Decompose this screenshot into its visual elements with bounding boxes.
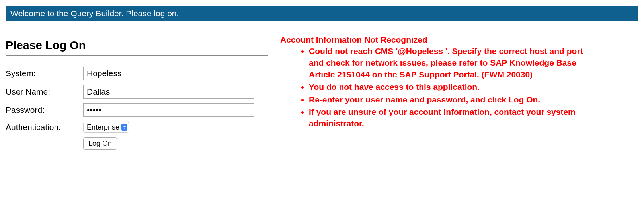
error-list: Could not reach CMS '@Hopeless '. Specif… <box>280 45 599 130</box>
password-label: Password: <box>6 105 83 115</box>
logon-button[interactable]: Log On <box>83 137 117 150</box>
page-title: Please Log On <box>6 39 268 52</box>
password-input[interactable] <box>83 103 254 117</box>
authentication-label: Authentication: <box>6 122 83 132</box>
banner-text: Welcome to the Query Builder. Please log… <box>10 9 179 18</box>
system-label: System: <box>6 69 83 78</box>
error-item: If you are unsure of your account inform… <box>309 106 599 130</box>
error-title: Account Information Not Recognized <box>280 35 599 44</box>
error-item: Re-enter your user name and password, an… <box>309 94 599 105</box>
username-input[interactable] <box>83 85 254 99</box>
divider <box>6 55 268 56</box>
error-item: Could not reach CMS '@Hopeless '. Specif… <box>309 45 599 80</box>
error-item: You do not have access to this applicati… <box>309 81 599 93</box>
system-input[interactable] <box>83 67 254 80</box>
authentication-select[interactable]: Enterprise <box>83 122 129 133</box>
username-label: User Name: <box>6 87 83 97</box>
error-panel: Account Information Not Recognized Could… <box>280 31 599 130</box>
welcome-banner: Welcome to the Query Builder. Please log… <box>6 6 638 21</box>
